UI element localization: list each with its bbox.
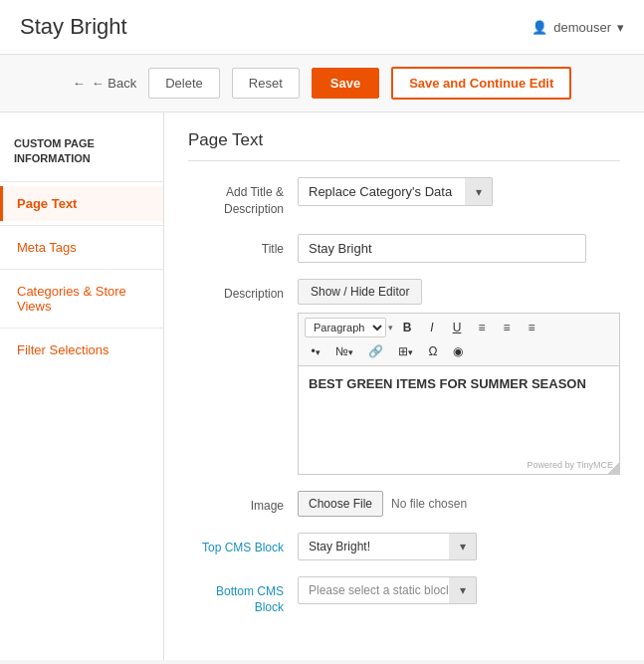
image-label: Image [188, 491, 298, 515]
editor-toolbar-row2: •▾ №▾ 🔗 ⊞▾ Ω ◉ [305, 341, 469, 361]
italic-button[interactable]: I [421, 318, 443, 337]
sidebar-item-page-text[interactable]: Page Text [0, 186, 163, 221]
sidebar-item-filter-selections[interactable]: Filter Selections [0, 332, 163, 367]
user-dropdown-icon: ▾ [617, 20, 624, 35]
section-title: Page Text [188, 130, 620, 161]
bold-button[interactable]: B [396, 318, 418, 337]
username: demouser [553, 20, 611, 35]
back-button[interactable]: ← ← Back [73, 76, 137, 91]
main-content: Page Text Add Title & Description Replac… [164, 112, 644, 660]
description-label: Description [188, 279, 298, 303]
reset-button[interactable]: Reset [232, 68, 300, 99]
bottom-cms-field: Please select a static block. [298, 576, 620, 604]
image-field: Choose File No file chosen [298, 491, 620, 517]
align-right-button[interactable]: ≡ [521, 318, 542, 337]
editor-resize-handle[interactable] [607, 462, 619, 474]
title-field [298, 234, 620, 263]
page-title: Stay Bright [20, 14, 127, 40]
title-input[interactable] [298, 234, 586, 263]
layers-button[interactable]: ◉ [447, 341, 469, 361]
top-cms-row: Top CMS Block Stay Bright! Option 2 [188, 533, 620, 560]
add-title-row: Add Title & Description Replace Category… [188, 177, 620, 218]
title-row: Title [188, 234, 620, 263]
content-area: CUSTOM PAGE INFORMATION Page Text Meta T… [0, 112, 644, 660]
add-title-select[interactable]: Replace Category's Data Append to Catego… [298, 177, 493, 206]
editor-toolbar: Paragraph Heading 1 Heading 2 B I U ≡ ≡ … [298, 313, 620, 365]
bottom-cms-label: Bottom CMS Block [188, 576, 298, 617]
image-row: Image Choose File No file chosen [188, 491, 620, 517]
toolbar: ← ← Back Delete Reset Save Save and Cont… [0, 55, 644, 112]
list-ol-button[interactable]: №▾ [329, 341, 359, 361]
top-cms-field: Stay Bright! Option 2 [298, 533, 620, 560]
editor-body[interactable]: BEST GREEN ITEMS FOR SUMMER SEASON Power… [298, 365, 620, 475]
editor-content: BEST GREEN ITEMS FOR SUMMER SEASON [309, 376, 609, 391]
paragraph-select[interactable]: Paragraph Heading 1 Heading 2 [305, 318, 386, 337]
bottom-cms-select-wrap: Please select a static block. [298, 576, 477, 604]
choose-file-button[interactable]: Choose File [298, 491, 383, 517]
sidebar-item-categories[interactable]: Categories & Store Views [0, 274, 163, 324]
top-cms-select[interactable]: Stay Bright! Option 2 [298, 533, 477, 560]
table-button[interactable]: ⊞▾ [392, 341, 419, 361]
file-name-label: No file chosen [391, 497, 467, 511]
align-left-button[interactable]: ≡ [471, 318, 493, 337]
page-header: Stay Bright 👤 demouser ▾ [0, 0, 644, 55]
editor-toolbar-row1: Paragraph Heading 1 Heading 2 B I U ≡ ≡ … [305, 318, 542, 337]
file-chooser-wrap: Choose File No file chosen [298, 491, 620, 517]
user-menu[interactable]: 👤 demouser ▾ [532, 20, 624, 35]
sidebar-section-title: CUSTOM PAGE INFORMATION [0, 122, 163, 177]
add-title-field: Replace Category's Data Append to Catego… [298, 177, 620, 206]
back-arrow-icon: ← [73, 76, 86, 91]
top-cms-select-wrap: Stay Bright! Option 2 [298, 533, 477, 560]
add-title-label: Add Title & Description [188, 177, 298, 218]
list-ul-button[interactable]: •▾ [305, 341, 326, 361]
save-continue-button[interactable]: Save and Continue Edit [391, 67, 571, 100]
powered-by-label: Powered by TinyMCE [527, 460, 613, 470]
align-center-button[interactable]: ≡ [496, 318, 518, 337]
top-cms-label: Top CMS Block [188, 533, 298, 556]
underline-button[interactable]: U [446, 318, 468, 337]
bottom-cms-row: Bottom CMS Block Please select a static … [188, 576, 620, 617]
description-row: Description Show / Hide Editor Paragraph… [188, 279, 620, 475]
sidebar-item-meta-tags[interactable]: Meta Tags [0, 230, 163, 265]
add-title-select-wrap: Replace Category's Data Append to Catego… [298, 177, 493, 206]
user-icon: 👤 [532, 20, 547, 35]
description-field: Show / Hide Editor Paragraph Heading 1 H… [298, 279, 620, 475]
link-button[interactable]: 🔗 [362, 341, 389, 361]
delete-button[interactable]: Delete [148, 68, 220, 99]
sidebar: CUSTOM PAGE INFORMATION Page Text Meta T… [0, 112, 164, 660]
title-label: Title [188, 234, 298, 258]
omega-button[interactable]: Ω [422, 341, 444, 361]
bottom-cms-select[interactable]: Please select a static block. [298, 576, 477, 604]
save-button[interactable]: Save [312, 68, 379, 99]
paragraph-select-wrap: Paragraph Heading 1 Heading 2 [305, 318, 393, 337]
show-hide-editor-button[interactable]: Show / Hide Editor [298, 279, 422, 305]
